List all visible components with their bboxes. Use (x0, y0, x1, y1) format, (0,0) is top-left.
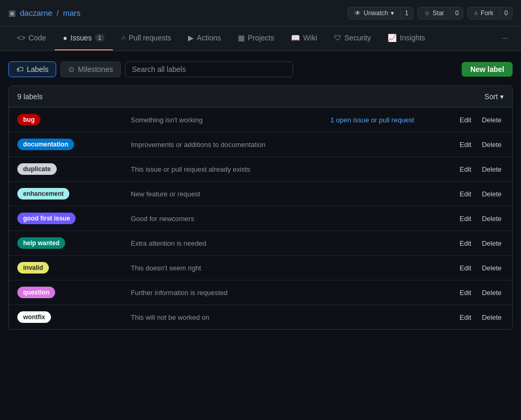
delete-label-button[interactable]: Delete (480, 288, 504, 298)
label-badge: question (17, 287, 55, 298)
delete-label-button[interactable]: Delete (480, 238, 504, 248)
labels-table-header: 9 labels Sort ▾ (9, 86, 512, 108)
label-badge: invalid (17, 262, 49, 274)
search-labels-input[interactable] (125, 61, 293, 77)
tab-actions[interactable]: ▶ Actions (180, 26, 230, 50)
fork-button[interactable]: ⑃ Fork (467, 7, 500, 19)
star-count[interactable]: 0 (451, 7, 464, 19)
label-actions: Edit Delete (446, 189, 504, 199)
edit-label-button[interactable]: Edit (457, 238, 473, 248)
wiki-icon: 📖 (291, 34, 300, 42)
security-icon: 🛡 (334, 34, 341, 42)
label-name-col: wontfix (17, 311, 122, 323)
tab-pull-requests[interactable]: ⑃ Pull requests (113, 26, 180, 50)
label-description: Further information is requested (122, 289, 330, 297)
fork-count[interactable]: 0 (500, 7, 513, 19)
tab-projects[interactable]: ▦ Projects (230, 26, 283, 50)
separator: / (57, 8, 59, 17)
edit-label-button[interactable]: Edit (457, 164, 473, 174)
edit-label-button[interactable]: Edit (457, 140, 473, 150)
delete-label-button[interactable]: Delete (480, 189, 504, 199)
label-description: Something isn't working (122, 116, 330, 124)
delete-label-button[interactable]: Delete (480, 164, 504, 174)
tab-projects-label: Projects (248, 34, 275, 42)
edit-label-button[interactable]: Edit (457, 263, 473, 273)
sort-button[interactable]: Sort ▾ (484, 92, 504, 101)
milestone-icon: ⊙ (68, 65, 75, 74)
table-row: question Further information is requeste… (9, 280, 512, 305)
label-badge: good first issue (17, 213, 76, 224)
delete-label-button[interactable]: Delete (480, 263, 504, 273)
tab-code[interactable]: <> Code (8, 26, 55, 50)
label-issues: 1 open issue or pull request (330, 116, 446, 124)
label-badge: wontfix (17, 311, 51, 323)
fork-group: ⑃ Fork 0 (467, 7, 513, 19)
label-actions: Edit Delete (446, 312, 504, 322)
label-name-col: documentation (17, 139, 122, 150)
labels-btn-label: Labels (27, 65, 48, 74)
label-actions: Edit Delete (446, 238, 504, 248)
main-content: 🏷 Labels ⊙ Milestones New label 9 labels… (0, 51, 521, 340)
table-row: help wanted Extra attention is needed Ed… (9, 231, 512, 256)
star-icon: ☆ (424, 9, 430, 17)
insights-icon: 📈 (388, 34, 397, 42)
delete-label-button[interactable]: Delete (480, 140, 504, 150)
label-description: Improvements or additions to documentati… (122, 141, 330, 149)
label-name-col: help wanted (17, 237, 122, 249)
label-description: New feature or request (122, 190, 330, 198)
tab-issues[interactable]: ● Issues 1 (55, 26, 113, 50)
tab-wiki[interactable]: 📖 Wiki (283, 26, 325, 50)
label-badge: help wanted (17, 237, 65, 249)
repo-title: ▣ daczarne / mars (8, 8, 80, 18)
chevron-down-icon: ▾ (391, 9, 394, 17)
edit-label-button[interactable]: Edit (457, 312, 473, 322)
unwatch-count[interactable]: 1 (401, 7, 413, 19)
label-badge: enhancement (17, 188, 69, 200)
unwatch-group: 👁 Unwatch ▾ 1 (348, 7, 413, 19)
unwatch-button[interactable]: 👁 Unwatch ▾ (348, 7, 401, 19)
delete-label-button[interactable]: Delete (480, 214, 504, 224)
label-actions: Edit Delete (446, 115, 504, 125)
star-button[interactable]: ☆ Star (418, 7, 451, 19)
label-badge: duplicate (17, 163, 57, 175)
actions-icon: ▶ (188, 34, 194, 42)
label-badge: documentation (17, 139, 74, 150)
star-label: Star (433, 9, 444, 17)
table-row: good first issue Good for newcomers Edit… (9, 206, 512, 231)
topbar: ▣ daczarne / mars 👁 Unwatch ▾ 1 ☆ Star 0… (0, 0, 521, 26)
repo-icon: ▣ (8, 8, 16, 18)
label-description: This will not be worked on (122, 313, 330, 321)
edit-label-button[interactable]: Edit (457, 288, 473, 298)
repo-owner-link[interactable]: daczarne (20, 8, 53, 17)
tab-insights[interactable]: 📈 Insights (379, 26, 433, 50)
table-row: bug Something isn't working 1 open issue… (9, 108, 512, 132)
tab-pr-label: Pull requests (129, 34, 171, 42)
label-actions: Edit Delete (446, 263, 504, 273)
edit-label-button[interactable]: Edit (457, 189, 473, 199)
labels-button[interactable]: 🏷 Labels (8, 61, 56, 77)
new-label-button[interactable]: New label (462, 62, 513, 77)
edit-label-button[interactable]: Edit (457, 214, 473, 224)
repo-name-link[interactable]: mars (63, 8, 80, 17)
table-row: documentation Improvements or additions … (9, 132, 512, 157)
star-group: ☆ Star 0 (418, 7, 464, 19)
label-name-col: question (17, 287, 122, 298)
fork-icon: ⑃ (474, 9, 478, 17)
pr-icon: ⑃ (121, 34, 126, 42)
tab-security[interactable]: 🛡 Security (326, 26, 380, 50)
label-description: Extra attention is needed (122, 239, 330, 247)
tab-security-label: Security (345, 34, 371, 42)
nav-more-button[interactable]: ··· (497, 26, 513, 50)
edit-label-button[interactable]: Edit (457, 115, 473, 125)
label-actions: Edit Delete (446, 288, 504, 298)
label-badge: bug (17, 114, 40, 125)
unwatch-label: Unwatch (363, 9, 388, 17)
table-row: enhancement New feature or request Edit … (9, 182, 512, 206)
label-name-col: duplicate (17, 163, 122, 175)
delete-label-button[interactable]: Delete (480, 312, 504, 322)
issues-badge: 1 (95, 34, 105, 41)
milestones-button[interactable]: ⊙ Milestones (60, 61, 121, 77)
delete-label-button[interactable]: Delete (480, 115, 504, 125)
fork-label: Fork (481, 9, 493, 17)
label-issues-link[interactable]: 1 open issue or pull request (330, 116, 414, 124)
